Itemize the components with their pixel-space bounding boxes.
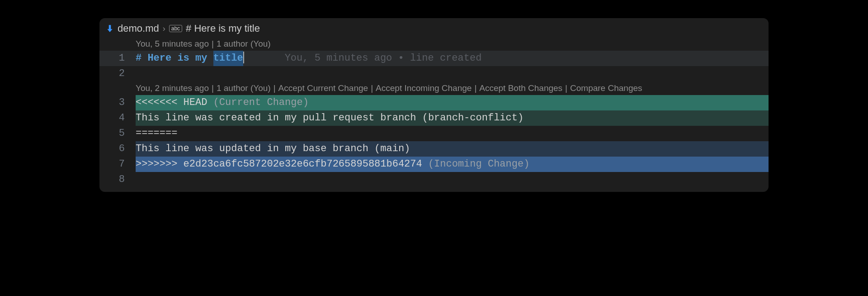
editor-window: demo.md › abc # Here is my title You, 5 …: [99, 18, 769, 192]
inline-blame-annotation: You, 5 minutes ago • line created: [285, 51, 482, 66]
breadcrumb-symbol[interactable]: # Here is my title: [186, 23, 260, 34]
separator: |: [209, 81, 217, 95]
gitlens-blame[interactable]: You, 2 minutes ago: [136, 81, 209, 95]
line-number: 8: [99, 172, 136, 187]
heading-text-selected: title: [213, 51, 243, 66]
chevron-right-icon: ›: [163, 24, 165, 33]
editor-body[interactable]: You, 5 minutes ago | 1 author (You) 1 # …: [99, 37, 769, 187]
separator: |: [271, 81, 278, 95]
breadcrumb-file[interactable]: demo.md: [118, 23, 159, 34]
accept-current-change-link[interactable]: Accept Current Change: [278, 81, 368, 95]
breadcrumb[interactable]: demo.md › abc # Here is my title: [99, 18, 769, 37]
compare-changes-link[interactable]: Compare Changes: [570, 81, 642, 95]
editor-line-2[interactable]: 2: [99, 66, 769, 81]
conflict-incoming-content: This line was updated in my base branch …: [136, 141, 769, 157]
text-cursor: [243, 52, 244, 63]
gitlens-authors[interactable]: 1 author (You): [217, 37, 271, 51]
line-number: 4: [99, 110, 136, 126]
gitlens-authors[interactable]: 1 author (You): [217, 81, 271, 95]
conflict-current-label: (Current Change): [207, 97, 308, 108]
separator: |: [472, 81, 479, 95]
separator: |: [368, 81, 376, 95]
markdown-file-icon: [106, 24, 114, 33]
codelens-conflict: You, 2 minutes ago | 1 author (You) | Ac…: [99, 81, 769, 95]
conflict-head-marker: <<<<<<< HEAD: [136, 97, 207, 108]
editor-line-8[interactable]: 8: [99, 172, 769, 187]
accept-both-changes-link[interactable]: Accept Both Changes: [479, 81, 562, 95]
line-number: 5: [99, 126, 136, 141]
line-number: 7: [99, 157, 136, 172]
conflict-incoming-marker: >>>>>>> e2d23ca6fc587202e32e6cfb72658958…: [136, 158, 422, 170]
symbol-string-icon: abc: [169, 25, 182, 32]
separator: |: [209, 37, 217, 51]
conflict-incoming-label: (Incoming Change): [422, 158, 530, 170]
heading-text-prefix: # Here is my: [136, 51, 213, 66]
editor-line-3[interactable]: 3 <<<<<<< HEAD (Current Change): [99, 95, 769, 110]
separator: |: [562, 81, 570, 95]
editor-line-1[interactable]: 1 # Here is my title You, 5 minutes ago …: [99, 51, 769, 66]
line-number: 1: [99, 51, 136, 66]
codelens-line1: You, 5 minutes ago | 1 author (You): [99, 37, 769, 51]
gitlens-blame[interactable]: You, 5 minutes ago: [136, 37, 209, 51]
line-number: 6: [99, 141, 136, 157]
conflict-current-content: This line was created in my pull request…: [136, 110, 769, 126]
editor-line-7[interactable]: 7 >>>>>>> e2d23ca6fc587202e32e6cfb726589…: [99, 157, 769, 172]
line-number: 2: [99, 66, 136, 81]
line-number: 3: [99, 95, 136, 110]
editor-line-5[interactable]: 5 =======: [99, 126, 769, 141]
editor-line-4[interactable]: 4 This line was created in my pull reque…: [99, 110, 769, 126]
accept-incoming-change-link[interactable]: Accept Incoming Change: [376, 81, 472, 95]
conflict-separator: =======: [136, 126, 769, 141]
editor-line-6[interactable]: 6 This line was updated in my base branc…: [99, 141, 769, 157]
